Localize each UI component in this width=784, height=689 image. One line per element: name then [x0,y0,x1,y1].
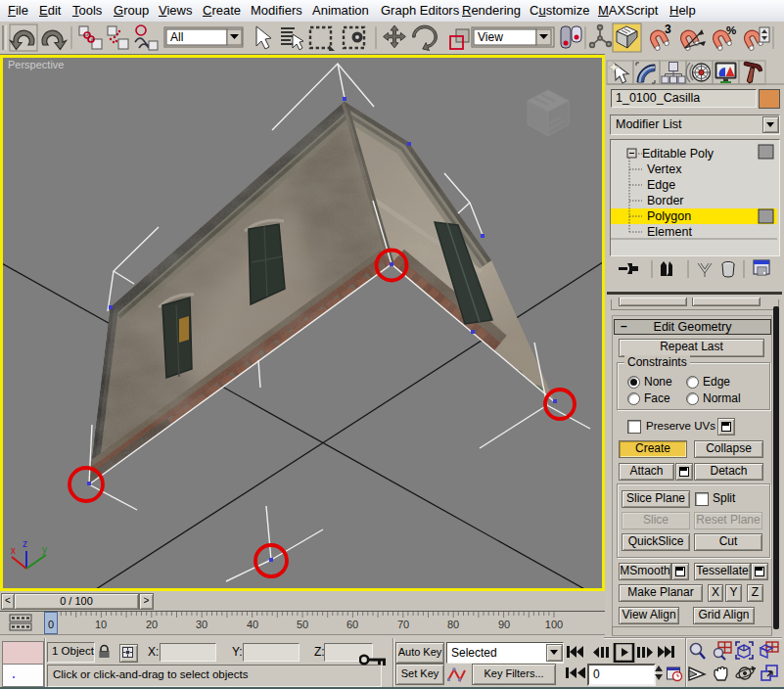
svg-text:All: All [170,30,183,44]
svg-text:y: y [42,544,47,555]
svg-text:Polygon: Polygon [647,209,691,223]
svg-text:%: % [726,24,736,36]
svg-text:90: 90 [498,619,510,630]
svg-text:10: 10 [95,619,107,630]
svg-text:3: 3 [665,23,671,36]
svg-text:20: 20 [146,619,158,630]
svg-text:100: 100 [545,619,563,630]
svg-text:Vertex: Vertex [647,162,682,176]
svg-text:80: 80 [447,619,459,630]
svg-text:Border: Border [647,194,684,207]
svg-text:Element: Element [647,225,692,239]
svg-text:70: 70 [397,619,409,630]
svg-text:Edge: Edge [647,178,675,192]
svg-text:Editable Poly: Editable Poly [642,147,715,161]
svg-text:View: View [478,30,503,44]
svg-text:60: 60 [346,619,358,630]
svg-text:z: z [23,538,27,549]
svg-text:40: 40 [247,619,258,630]
svg-text:Perspective: Perspective [8,59,64,70]
svg-text:50: 50 [297,619,308,630]
svg-text:0: 0 [48,619,54,630]
svg-text:30: 30 [196,619,208,630]
svg-text:x: x [11,545,16,556]
